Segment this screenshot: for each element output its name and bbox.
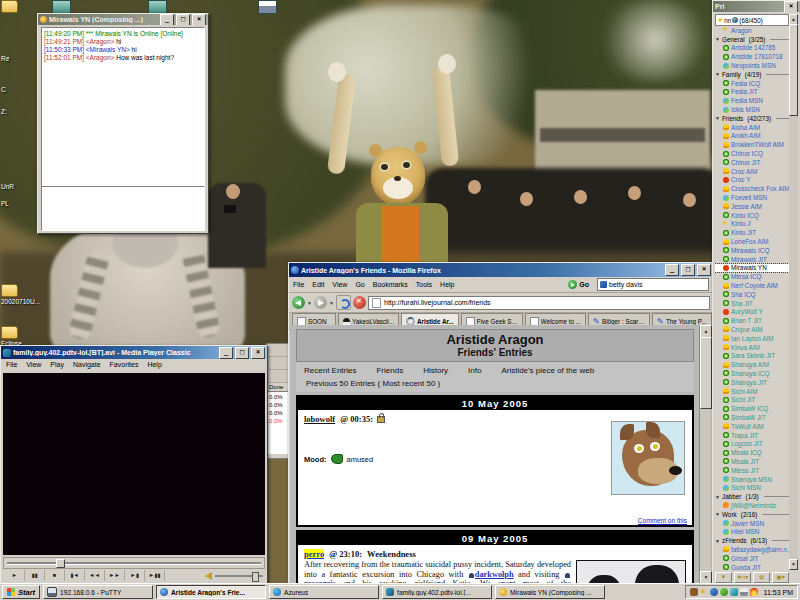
menu-item[interactable]: Bookmarks bbox=[373, 281, 408, 288]
desktop-icon[interactable] bbox=[258, 0, 277, 14]
contact-row[interactable]: ▼ Aloha AIM bbox=[715, 123, 789, 132]
tray-icon[interactable] bbox=[700, 588, 708, 596]
contact-row[interactable]: ▼ Shanqya AIM bbox=[715, 360, 789, 369]
contact-row[interactable]: ▼ Fedia MSN bbox=[715, 96, 789, 105]
contact-row[interactable]: ▼ General (3/25) bbox=[715, 35, 789, 44]
volume-thumb[interactable] bbox=[252, 572, 259, 582]
contact-row[interactable]: ▼ Kintu J bbox=[715, 220, 789, 229]
clock[interactable]: 11:53 PM bbox=[764, 589, 793, 596]
chat-input-area[interactable] bbox=[41, 186, 205, 231]
forward-dropdown[interactable]: ▼ bbox=[329, 300, 334, 306]
journal-nav-link[interactable]: Info bbox=[468, 366, 481, 375]
menu-item[interactable]: File bbox=[6, 361, 17, 368]
contact-row[interactable]: ▼ Javier MSN bbox=[715, 519, 789, 528]
contact-row[interactable]: ▼ Chinor JIT bbox=[715, 158, 789, 167]
search-input[interactable]: betty davis bbox=[597, 278, 709, 291]
contact-row[interactable]: ▼ AuryWulf Y bbox=[715, 308, 789, 317]
contact-row[interactable]: ▼ Nerf Coyote AIM bbox=[715, 281, 789, 290]
contact-row[interactable]: ▼ SimbaW JIT bbox=[715, 413, 789, 422]
contact-row[interactable]: ▼ Sichi MSN bbox=[715, 483, 789, 492]
contact-row[interactable]: ▼ Sha ICQ bbox=[715, 290, 789, 299]
comment-link[interactable]: Comment on this bbox=[638, 517, 687, 524]
taskbar-button[interactable]: family.guy.402.pdtv-lol.[... bbox=[382, 585, 492, 599]
media-player-titlebar[interactable]: family.guy.402.pdtv-lol.[BT].avi - Media… bbox=[1, 346, 267, 359]
contact-row[interactable]: ▼ LoneFox AIM bbox=[715, 237, 789, 246]
scroll-down-arrow[interactable]: ▼ bbox=[789, 559, 798, 570]
seek-thumb[interactable] bbox=[56, 559, 65, 568]
forward-button[interactable] bbox=[314, 296, 327, 309]
toolbar-button[interactable]: ✿ bbox=[753, 572, 770, 583]
contact-row[interactable]: ▼ Kintu JIT bbox=[715, 228, 789, 237]
tray-icon[interactable] bbox=[710, 588, 718, 596]
toolbar-button[interactable]: ▼ bbox=[715, 572, 732, 583]
minimize-button[interactable]: _ bbox=[219, 347, 233, 359]
desktop-icon[interactable]: C bbox=[1, 86, 39, 94]
contact-row[interactable]: ▼ Shanqya ICQ bbox=[715, 369, 789, 378]
scrollbar-thumb[interactable] bbox=[789, 24, 798, 116]
contact-row[interactable]: ▼ Brian T JIT bbox=[715, 316, 789, 325]
buddy-list-scrollbar[interactable]: ▲ ▼ bbox=[789, 14, 798, 570]
menu-item[interactable]: Help bbox=[440, 281, 454, 288]
contact-row[interactable]: ▼ Ian Layton AIM bbox=[715, 334, 789, 343]
desktop-icon[interactable]: Re bbox=[1, 55, 39, 63]
close-button[interactable]: × bbox=[697, 264, 711, 276]
contact-row[interactable]: ▼ Chinor ICQ bbox=[715, 149, 789, 158]
contact-row[interactable]: ▼ Aristide 17810718 bbox=[715, 52, 789, 61]
body-text[interactable]: and visiting bbox=[514, 570, 564, 579]
contact-row[interactable]: ▼ Fedia ICQ bbox=[715, 79, 789, 88]
menu-item[interactable]: Favorites bbox=[110, 361, 139, 368]
username-link[interactable]: lobowolf bbox=[304, 414, 335, 424]
contact-row[interactable]: ▼ Sara Skbnb JIT bbox=[715, 351, 789, 360]
contact-row[interactable]: ▼ Sha JIT bbox=[715, 299, 789, 308]
contact-row[interactable]: ▼ jWill@Netmindz bbox=[715, 501, 789, 510]
playback-button[interactable]: ►▮▮ bbox=[145, 570, 165, 581]
playback-button[interactable]: ■ bbox=[45, 570, 65, 581]
tray-icon[interactable] bbox=[740, 588, 748, 596]
contact-row[interactable]: ▼ Neopoints MSN bbox=[715, 61, 789, 70]
go-button[interactable]: Go bbox=[568, 280, 589, 289]
menu-item[interactable]: Navigate bbox=[73, 361, 101, 368]
maximize-button[interactable]: □ bbox=[235, 347, 249, 359]
close-button[interactable]: × bbox=[192, 14, 206, 25]
playback-button[interactable]: ►► bbox=[105, 570, 125, 581]
group-collapse-icon[interactable]: ▼ bbox=[715, 511, 720, 517]
contact-row[interactable]: ▼ zFriends (6/13) bbox=[715, 536, 789, 545]
contact-row[interactable]: ▼ Sichi JIT bbox=[715, 395, 789, 404]
desktop-icon[interactable]: PL bbox=[1, 200, 39, 208]
menu-item[interactable]: View bbox=[26, 361, 41, 368]
contact-row[interactable]: ▼ Croc AIM bbox=[715, 167, 789, 176]
close-button[interactable]: × bbox=[251, 347, 265, 359]
volume-icon[interactable] bbox=[205, 572, 212, 580]
contact-row[interactable]: ▼ Trapa JIT bbox=[715, 431, 789, 440]
taskbar-button[interactable]: 192.168.0.6 - PuTTY bbox=[43, 585, 153, 599]
group-collapse-icon[interactable]: ▼ bbox=[715, 115, 720, 121]
menu-item[interactable]: File bbox=[293, 281, 304, 288]
group-collapse-icon[interactable]: ▼ bbox=[715, 538, 720, 544]
minimize-button[interactable]: _ bbox=[665, 264, 679, 276]
desktop-icon[interactable] bbox=[148, 0, 167, 14]
tray-icon[interactable] bbox=[720, 588, 728, 596]
menu-item[interactable]: View bbox=[332, 281, 347, 288]
desktop-icon[interactable] bbox=[52, 0, 71, 14]
back-button[interactable] bbox=[292, 296, 305, 309]
url-bar[interactable]: http://furahi.livejournal.com/friends bbox=[368, 296, 710, 310]
taskbar-button[interactable]: Azureus bbox=[269, 585, 379, 599]
pager-link[interactable]: Previous 50 Entries ( Most recent 50 ) bbox=[296, 377, 694, 392]
contact-row[interactable]: ▼ Logozo JIT bbox=[715, 439, 789, 448]
contact-row[interactable]: ▼ Mtesa ICQ bbox=[715, 272, 789, 281]
desktop-icon[interactable] bbox=[1, 0, 39, 14]
contact-row[interactable]: ▼ Friends (42/273) bbox=[715, 114, 789, 123]
taskbar-button[interactable]: Mirawais YN (Composing ... bbox=[495, 585, 605, 599]
desktop-icon[interactable]: UnR bbox=[1, 183, 39, 191]
taskbar-button[interactable]: Aristide Aragon's Frie... bbox=[156, 585, 266, 599]
contact-row[interactable]: ▼ Kinya AIM bbox=[715, 343, 789, 352]
toolbar-button[interactable]: ▣▾ bbox=[772, 572, 789, 583]
chat-titlebar[interactable]: Mirawais YN (Composing ...) _ □ × bbox=[38, 14, 208, 25]
search-engine-icon[interactable] bbox=[600, 281, 607, 288]
contact-row[interactable]: ▼ Cnipur AIM bbox=[715, 325, 789, 334]
contact-row[interactable]: ▼ Croc Y bbox=[715, 176, 789, 185]
stop-button[interactable] bbox=[353, 296, 366, 309]
playback-button[interactable]: ▮◄ bbox=[65, 570, 85, 581]
playback-button[interactable]: ►▮ bbox=[125, 570, 145, 581]
contact-row[interactable]: ▼ Fedia JIT bbox=[715, 88, 789, 97]
